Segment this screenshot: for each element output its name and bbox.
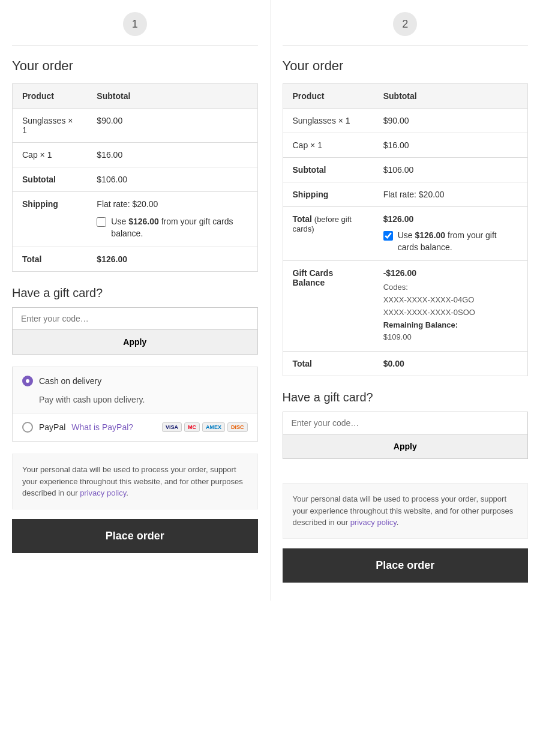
left-payment-paypal-header[interactable]: PayPal What is PayPal? VISA MC AMEX DISC bbox=[13, 413, 257, 441]
right-gift-card-section: Have a gift card? Apply bbox=[283, 391, 529, 459]
left-total-value: $126.00 bbox=[87, 247, 257, 272]
left-paypal-icons: VISA MC AMEX DISC bbox=[162, 422, 248, 432]
left-paypal-label: PayPal bbox=[39, 422, 65, 432]
left-apply-button[interactable]: Apply bbox=[12, 330, 258, 355]
table-row: Cap × 1 $16.00 bbox=[283, 133, 528, 158]
right-apply-button[interactable]: Apply bbox=[283, 434, 529, 459]
right-product-1: Sunglasses × 1 bbox=[283, 109, 374, 133]
left-shipping-label: Shipping bbox=[13, 192, 88, 247]
step-2-line bbox=[283, 46, 529, 46]
right-gift-balance-label: Gift Cards Balance bbox=[283, 261, 374, 352]
table-row: Sunglasses × 1 $90.00 bbox=[13, 109, 258, 143]
right-gift-card-title: Have a gift card? bbox=[283, 391, 529, 404]
table-row: Shipping Flat rate: $20.00 Use $126.00 f… bbox=[13, 192, 258, 247]
right-column: 2 Your order Product Subtotal Sunglasses… bbox=[271, 0, 541, 601]
left-privacy-text: Your personal data will be used to proce… bbox=[22, 465, 243, 497]
left-subtotal-1: $90.00 bbox=[87, 109, 257, 143]
right-product-2: Cap × 1 bbox=[283, 133, 374, 158]
right-privacy-text: Your personal data will be used to proce… bbox=[293, 494, 514, 527]
left-subtotal-value: $106.00 bbox=[87, 167, 257, 192]
left-product-2: Cap × 1 bbox=[13, 143, 88, 167]
step-1-circle: 1 bbox=[123, 12, 147, 36]
right-subtotal-header: Subtotal bbox=[374, 84, 528, 109]
amex-icon: AMEX bbox=[202, 422, 225, 432]
right-order-title: Your order bbox=[283, 58, 529, 74]
table-row: Gift Cards Balance -$126.00 Codes: XXXX-… bbox=[283, 261, 528, 352]
left-gift-card-title: Have a gift card? bbox=[12, 286, 258, 300]
table-row: Subtotal $106.00 bbox=[13, 167, 258, 192]
right-gift-balance-detail: Codes: XXXX-XXXX-XXXX-04GO XXXX-XXXX-XXX… bbox=[383, 281, 518, 344]
right-total-label: Total bbox=[283, 352, 374, 376]
left-privacy-link[interactable]: privacy policy bbox=[80, 488, 126, 497]
left-payment-section: Cash on delivery Pay with cash upon deli… bbox=[12, 367, 258, 442]
right-subtotal-2: $16.00 bbox=[374, 133, 528, 158]
table-row: Total (before gift cards) $126.00 Use $1… bbox=[283, 207, 528, 261]
table-row: Cap × 1 $16.00 bbox=[13, 143, 258, 167]
step-2-indicator: 2 bbox=[283, 12, 529, 36]
left-gift-card-section: Have a gift card? Apply bbox=[12, 286, 258, 355]
right-total-before-value: $126.00 Use $126.00 from your gift cards… bbox=[374, 207, 528, 261]
left-privacy-notice: Your personal data will be used to proce… bbox=[12, 454, 258, 509]
left-payment-cod[interactable]: Cash on delivery Pay with cash upon deli… bbox=[12, 367, 258, 413]
left-order-title: Your order bbox=[12, 58, 258, 74]
left-order-table: Product Subtotal Sunglasses × 1 $90.00 C… bbox=[12, 83, 258, 272]
left-what-is-paypal-link[interactable]: What is PayPal? bbox=[71, 422, 133, 432]
left-paypal-radio[interactable] bbox=[22, 422, 33, 433]
left-cod-radio[interactable] bbox=[22, 376, 33, 386]
left-payment-paypal[interactable]: PayPal What is PayPal? VISA MC AMEX DISC bbox=[12, 413, 258, 442]
left-subtotal-label: Subtotal bbox=[13, 167, 88, 192]
left-product-header: Product bbox=[13, 84, 88, 109]
left-place-order-button[interactable]: Place order bbox=[12, 519, 258, 553]
table-row: Total $126.00 bbox=[13, 247, 258, 272]
right-total-before-label: Total (before gift cards) bbox=[283, 207, 374, 261]
left-payment-cod-header[interactable]: Cash on delivery bbox=[13, 367, 257, 395]
table-row: Subtotal $106.00 bbox=[283, 158, 528, 182]
left-gift-card-input[interactable] bbox=[12, 307, 258, 330]
step-1-line bbox=[12, 46, 258, 46]
step-1-indicator: 1 bbox=[12, 12, 258, 36]
right-shipping-value: Flat rate: $20.00 bbox=[374, 182, 528, 207]
right-gift-balance-value: -$126.00 Codes: XXXX-XXXX-XXXX-04GO XXXX… bbox=[374, 261, 528, 352]
right-giftcard-checkbox[interactable] bbox=[383, 231, 393, 241]
right-total-value: $0.00 bbox=[374, 352, 528, 376]
right-giftcard-label: Use $126.00 from your gift cards balance… bbox=[398, 230, 518, 253]
right-gift-card-input[interactable] bbox=[283, 412, 529, 434]
left-giftcard-label: Use $126.00 from your gift cards balance… bbox=[111, 216, 247, 239]
visa-icon: VISA bbox=[162, 422, 182, 432]
right-subtotal-1: $90.00 bbox=[374, 109, 528, 133]
left-cod-details: Pay with cash upon delivery. bbox=[13, 395, 257, 413]
step-2-circle: 2 bbox=[393, 12, 417, 36]
left-total-label: Total bbox=[13, 247, 88, 272]
right-shipping-label: Shipping bbox=[283, 182, 374, 207]
table-row: Sunglasses × 1 $90.00 bbox=[283, 109, 528, 133]
table-row: Total $0.00 bbox=[283, 352, 528, 376]
mastercard-icon: MC bbox=[184, 422, 200, 432]
left-subtotal-2: $16.00 bbox=[87, 143, 257, 167]
left-privacy-end: . bbox=[126, 488, 128, 497]
right-place-order-button[interactable]: Place order bbox=[283, 548, 529, 583]
left-column: 1 Your order Product Subtotal Sunglasses… bbox=[0, 0, 271, 601]
table-row: Shipping Flat rate: $20.00 bbox=[283, 182, 528, 207]
right-privacy-end: . bbox=[397, 518, 399, 527]
left-giftcard-checkbox[interactable] bbox=[97, 217, 106, 227]
right-subtotal-label: Subtotal bbox=[283, 158, 374, 182]
right-privacy-notice: Your personal data will be used to proce… bbox=[283, 483, 529, 539]
right-privacy-link[interactable]: privacy policy bbox=[350, 518, 397, 527]
left-shipping-value: Flat rate: $20.00 Use $126.00 from your … bbox=[87, 192, 257, 247]
right-product-header: Product bbox=[283, 84, 374, 109]
left-cod-label: Cash on delivery bbox=[39, 376, 101, 386]
right-order-table: Product Subtotal Sunglasses × 1 $90.00 C… bbox=[283, 83, 529, 376]
right-subtotal-value: $106.00 bbox=[374, 158, 528, 182]
left-product-1: Sunglasses × 1 bbox=[13, 109, 88, 143]
left-subtotal-header: Subtotal bbox=[87, 84, 257, 109]
discover-icon: DISC bbox=[227, 422, 248, 432]
